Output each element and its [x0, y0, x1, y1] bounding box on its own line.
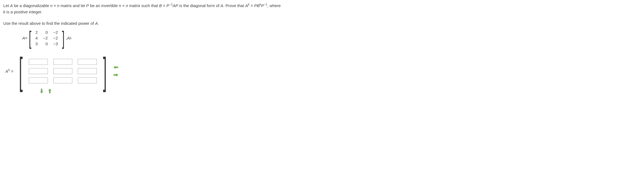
arrow-up-icon: [48, 88, 52, 94]
matrix-cell: 2: [33, 29, 40, 35]
answer-cell-input[interactable]: [29, 59, 48, 65]
var-P: P: [86, 3, 89, 8]
var-AP: AP: [173, 3, 178, 8]
var-n: n: [50, 3, 52, 8]
exp-5: 5: [70, 37, 71, 40]
bracket-right: ]: [62, 31, 65, 46]
table-row: 3 0 −3: [33, 41, 61, 47]
arrow-left-icon: [113, 65, 119, 69]
var-P: P: [166, 3, 169, 8]
text: . Prove that: [223, 3, 245, 8]
prompt-find-power: Use the result above to find the indicat…: [3, 21, 641, 26]
matrix-A: [ 2 0 −2 4 −2 −2 3 0 −3 ]: [27, 29, 66, 47]
add-column-button[interactable]: [113, 72, 119, 78]
text: .: [98, 21, 99, 26]
answer-cell-input[interactable]: [78, 59, 97, 65]
matrix-A-table: 2 0 −2 4 −2 −2 3 0 −3: [33, 29, 61, 47]
text: ×: [121, 3, 126, 8]
text: , where: [267, 3, 281, 8]
table-row: [26, 66, 100, 76]
answer-matrix-table: [26, 57, 100, 85]
row-controls: [39, 88, 641, 94]
var-A: A: [221, 3, 223, 8]
text: ×: [52, 3, 57, 8]
text: matrix and let: [59, 3, 86, 8]
text: Let: [3, 3, 10, 8]
var-n: n: [126, 3, 128, 8]
var-A: A: [67, 36, 70, 40]
matrix-cell: 0: [41, 29, 51, 35]
text: is the diagonal form of: [178, 3, 221, 8]
matrix-cell: 3: [33, 41, 40, 47]
answer-row: A5 = [ ]: [5, 55, 641, 87]
text: matrix such that: [128, 3, 159, 8]
text: =: [162, 3, 166, 8]
column-controls: [113, 65, 119, 78]
remove-row-button[interactable]: [47, 88, 53, 94]
answer-cell-input[interactable]: [29, 68, 48, 74]
bracket-left: [: [19, 55, 23, 87]
var-A: A: [95, 21, 98, 26]
answer-cell-input[interactable]: [53, 59, 72, 65]
var-PB: PB: [254, 3, 259, 8]
table-row: [26, 76, 100, 85]
var-B: B: [159, 3, 162, 8]
answer-cell-input[interactable]: [53, 77, 72, 83]
text: be an invertible: [89, 3, 119, 8]
text-eq: =: [10, 69, 13, 74]
answer-cell-input[interactable]: [29, 77, 48, 83]
text: Use the result above to find the indicat…: [3, 21, 95, 26]
matrix-cell: 0: [41, 41, 51, 47]
matrix-label-A: A: [22, 36, 25, 40]
var-A: A: [5, 69, 8, 74]
var-k: k: [3, 10, 5, 14]
matrix-cell: 4: [33, 35, 40, 41]
text: is a positive integer.: [5, 10, 42, 14]
bracket-left: [: [29, 31, 32, 46]
answer-label: A5 =: [5, 68, 13, 74]
exp-neg1: −1: [169, 3, 173, 6]
var-A: A: [10, 3, 13, 8]
arrow-right-icon: [113, 73, 119, 77]
var-A: A: [245, 3, 248, 8]
matrix-label-eq: =: [25, 36, 27, 40]
var-n: n: [119, 3, 121, 8]
text: =: [249, 3, 254, 8]
answer-matrix: [ ]: [16, 55, 110, 87]
matrix-cell: −2: [41, 35, 51, 41]
remove-column-button[interactable]: [113, 65, 119, 70]
answer-cell-input[interactable]: [53, 68, 72, 74]
add-row-button[interactable]: [39, 88, 45, 94]
table-row: [26, 57, 100, 66]
bracket-right: ]: [103, 55, 107, 87]
table-row: 2 0 −2: [33, 29, 61, 35]
problem-statement: Let A be a diagonalizable n × n matrix a…: [3, 2, 641, 15]
matrix-cell: −3: [51, 41, 61, 47]
matrix-cell: −2: [51, 29, 61, 35]
table-row: 4 −2 −2: [33, 35, 61, 41]
matrix-definition: A = [ 2 0 −2 4 −2 −2 3 0 −3 ] , A5: [22, 29, 641, 47]
var-P: P: [261, 3, 264, 8]
answer-cell-input[interactable]: [78, 68, 97, 74]
answer-cell-input[interactable]: [78, 77, 97, 83]
text: be a diagonalizable: [13, 3, 50, 8]
arrow-down-icon: [40, 88, 44, 94]
matrix-cell: −2: [51, 35, 61, 41]
exp-neg1: −1: [264, 3, 267, 6]
